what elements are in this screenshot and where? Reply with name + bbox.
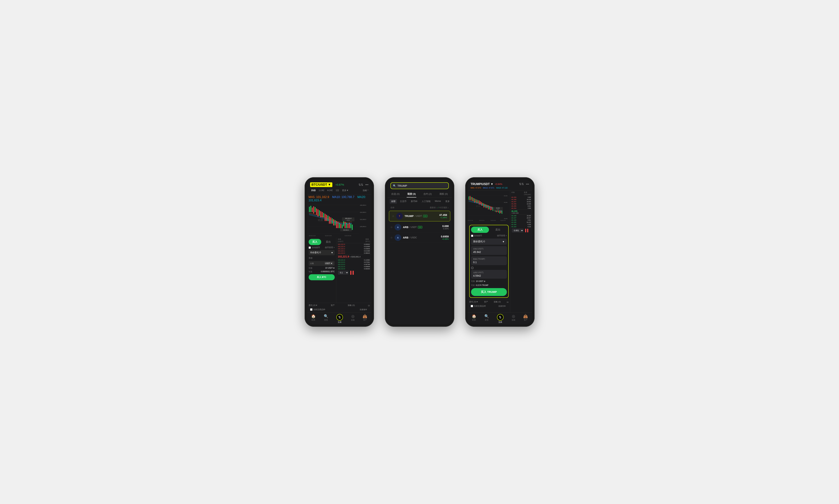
buy-btc-button[interactable]: 买入 BTC: [309, 274, 335, 280]
p3-batch-cancel[interactable]: 批量资单: [498, 305, 507, 307]
tab-trade-label: 交易: [338, 321, 341, 323]
p3-strategy-label[interactable]: 策略 (0): [494, 301, 501, 303]
more-icon[interactable]: •••: [365, 183, 369, 186]
p3-ask-4: 46.206 10.69: [510, 203, 532, 205]
p3-current-pair-checkbox[interactable]: [471, 305, 473, 307]
trump-star[interactable]: ☆: [392, 215, 394, 218]
p3-tab-discover[interactable]: 🔍 发现: [484, 314, 489, 323]
btc-pair-label[interactable]: BTC/USDT ▼: [310, 182, 332, 187]
coin-mgmt-link[interactable]: 借币管理 >: [325, 246, 335, 249]
buy-trump-button[interactable]: 买入 TRUMP: [471, 288, 507, 296]
trade-panel: 买入 卖出 自动借币 借币管理 >: [469, 225, 509, 298]
arb-star-1[interactable]: ☆: [390, 226, 393, 229]
cat-watchlist[interactable]: 自选 (0): [388, 191, 404, 197]
p3-assets-label[interactable]: 资产: [484, 301, 488, 303]
tab-home[interactable]: 🏠 欧易: [311, 314, 316, 323]
tab-assets[interactable]: 👜 资产: [363, 314, 367, 323]
amount-row[interactable]: 全额 USDT ▼: [309, 261, 335, 266]
cat-spot[interactable]: 现货 (3): [404, 191, 420, 197]
p1-chart[interactable]: 106,000.0 104,000.0 102,000.0 100,000.0: [307, 203, 372, 237]
tab-trade[interactable]: ⇅ 交易: [336, 314, 343, 323]
filter-mainstream[interactable]: 主流币: [398, 199, 408, 204]
archive-icon[interactable]: 🗂: [368, 304, 370, 307]
amount-input[interactable]: 金额 (USDT) 4.5942: [471, 270, 507, 278]
quantity-select[interactable]: 0.1 0.01 1: [338, 271, 348, 275]
arb-usdt-row[interactable]: ☆ A ARB / USDT 10x: [388, 222, 452, 233]
commission-label[interactable]: 委托 (0)▼: [309, 304, 318, 307]
chart-icon[interactable]: ⇅⇅: [358, 183, 363, 186]
search-input-wrap[interactable]: 🔍 TRUMP: [390, 182, 449, 189]
filter-all[interactable]: 全部: [390, 199, 397, 204]
strategy-label[interactable]: 策略 (0): [348, 304, 355, 307]
tab-finance[interactable]: ◎ 金融: [351, 314, 355, 323]
tab-home-label: 欧易: [311, 319, 315, 321]
trade-icon: ⇅: [336, 314, 343, 321]
tab-more[interactable]: 更多▼: [341, 188, 350, 192]
p3-quantity-select[interactable]: 0.001 0.01 0.1: [512, 229, 524, 233]
assets-label[interactable]: 资产: [331, 304, 335, 307]
tab-1d[interactable]: 1日: [335, 188, 340, 192]
p3-tab-home[interactable]: 🏠 欧易: [472, 314, 476, 323]
svg-rect-84: [491, 207, 492, 210]
p3-sell-tab[interactable]: 卖出: [489, 227, 507, 233]
svg-rect-15: [316, 209, 317, 215]
sell-button[interactable]: 卖出: [322, 239, 335, 245]
price-book: 价格(USDT) 数量(BTC) 102,222.9 0.00002 102,2…: [336, 237, 372, 303]
cat-futures[interactable]: 合约 (2): [420, 191, 436, 197]
p3-tab-assets[interactable]: 👜 资产: [523, 314, 528, 323]
p3-buy-tab[interactable]: 买入: [471, 227, 489, 233]
quantity-input[interactable]: 数量 (TRUMP) 0.1: [471, 256, 507, 265]
p3-archive-icon[interactable]: 🗂: [507, 301, 509, 303]
buy-button[interactable]: 买入: [309, 239, 321, 245]
svg-text:欧易: 欧易: [318, 219, 323, 221]
p3-tab-finance[interactable]: ◎ 金融: [512, 314, 515, 323]
trump-coin-row[interactable]: ☆ T TRUMP / USDT 10x: [389, 211, 450, 221]
trump-pair-label[interactable]: TRUMP/USDT ▼: [471, 182, 494, 186]
p3-commission-label[interactable]: 委托 (0)▼: [469, 301, 478, 303]
arb-usdc-info: ARB / USDC: [403, 236, 439, 239]
coin-mgmt-link[interactable]: 借币管理 >: [497, 234, 507, 237]
order-controls: 委托 (0)▼ 资产 策略 (0) 🗂: [309, 304, 370, 307]
p3-tab-trade[interactable]: ⇅ 交易: [497, 314, 503, 323]
p1-bottom-tabs: 🏠 欧易 🔍 发现 ⇅ 交易 ◎ 金融 👜 资产: [307, 312, 372, 324]
price-input[interactable]: 价格 (USDT) 45.942: [471, 246, 507, 255]
tab-1h[interactable]: 1小时: [318, 188, 325, 192]
filter-ai[interactable]: 人工智能: [420, 199, 432, 204]
svg-text:01/19 22:15: 01/19 22:15: [479, 220, 484, 221]
slider-dot[interactable]: [471, 267, 474, 269]
price-col-header: 最新价 ↕ / 今日涨跌 ↕: [430, 206, 449, 209]
arb-star-2[interactable]: ☆: [390, 236, 393, 239]
svg-rect-28: [335, 220, 336, 226]
arb-change-1: 0.00%: [442, 228, 449, 230]
trump-logo: T: [396, 213, 403, 219]
bid-row-2: 102,213.5 0.07091: [336, 261, 372, 263]
phone-3-screen: TRUMP/USDT ▼ -0.84% ⇅⇅ ••• MA5: 47.073 M…: [468, 180, 532, 324]
ask-row-2: 102,222.4 0.01699: [336, 246, 372, 248]
home-icon: 🏠: [311, 314, 316, 318]
ask-row-1: 102,222.9 0.00002: [336, 243, 372, 246]
name-col-header: 名称: [390, 206, 394, 209]
filter-more[interactable]: 更多: [444, 199, 451, 204]
p3-chart-icon[interactable]: ⇅⇅: [519, 182, 524, 186]
p3-assets-icon: 👜: [523, 314, 528, 318]
phone-1-btc: BTC/USDT ▼ +0.87% ⇅⇅ ••• 15分 1小时 4小时 1日: [305, 177, 374, 327]
tab-4h[interactable]: 4小时: [326, 188, 334, 192]
svg-text:46,230: 46,230: [496, 207, 500, 209]
p3-trade-icon: ⇅: [497, 314, 503, 321]
filter-newcoin[interactable]: 新币种: [409, 199, 419, 204]
auto-borrow-checkbox[interactable]: [471, 235, 473, 237]
auto-loan-checkbox[interactable]: [309, 247, 311, 249]
p3-chart[interactable]: 82,000 60,000 20,000: [468, 191, 510, 223]
batch-cancel[interactable]: 批量撤单: [360, 308, 369, 311]
tab-15min[interactable]: 15分: [310, 188, 317, 192]
limit-order-select[interactable]: 限价委托 © ▼: [471, 238, 507, 245]
order-type-select[interactable]: 市价委托 © ▼: [309, 250, 335, 255]
chart-toggle[interactable]: 隐藏 ^: [363, 189, 368, 192]
arb-usdc-row[interactable]: ☆ A ARB / USDC 0.6959: [388, 233, 452, 243]
current-pair-checkbox[interactable]: [310, 308, 312, 311]
cat-options[interactable]: 期权 (0): [436, 191, 452, 197]
p3-more-icon[interactable]: •••: [526, 182, 529, 186]
filter-meme[interactable]: Meme: [433, 199, 442, 204]
tab-discover[interactable]: 🔍 发现: [324, 314, 328, 323]
usdt-badge[interactable]: USDT ▼: [325, 262, 333, 265]
